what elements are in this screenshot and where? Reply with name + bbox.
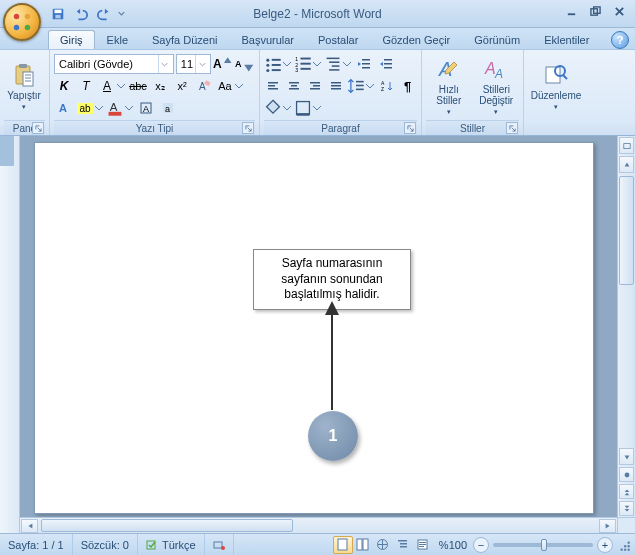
scroll-thumb-v[interactable] — [619, 176, 634, 285]
minimize-button[interactable] — [559, 2, 583, 20]
ruler-toggle-button[interactable] — [619, 137, 634, 154]
shrink-font-button[interactable]: A — [235, 54, 255, 74]
italic-button[interactable]: T — [76, 76, 96, 96]
styles-launcher[interactable] — [506, 122, 518, 134]
save-button[interactable] — [48, 4, 68, 24]
resize-grip[interactable] — [617, 538, 631, 552]
svg-rect-6 — [55, 14, 60, 18]
change-styles-button[interactable]: AA Stilleri Değiştir▾ — [474, 52, 520, 120]
highlight-button[interactable]: ab — [76, 98, 104, 118]
align-right-button[interactable] — [306, 76, 325, 96]
page[interactable]: Sayfa numarasının sayfanın sonundan başl… — [34, 142, 594, 514]
svg-rect-39 — [362, 63, 370, 65]
quick-styles-button[interactable]: A Hızlı Stiller▾ — [426, 52, 472, 120]
title-bar: Belge2 - Microsoft Word — [0, 0, 635, 28]
decrease-indent-button[interactable] — [354, 54, 374, 74]
print-layout-view-button[interactable] — [333, 536, 353, 554]
status-macro[interactable] — [205, 534, 234, 555]
outline-view-button[interactable] — [393, 536, 413, 554]
numbering-button[interactable]: 123 — [294, 54, 322, 74]
group-editing: Düzenleme▾ — [524, 50, 635, 135]
vertical-ruler[interactable] — [0, 136, 20, 533]
tab-home[interactable]: Giriş — [48, 30, 95, 49]
increase-indent-button[interactable] — [376, 54, 396, 74]
font-launcher[interactable] — [242, 122, 254, 134]
status-page[interactable]: Sayfa: 1 / 1 — [0, 534, 73, 555]
svg-rect-61 — [297, 102, 310, 115]
scroll-thumb-h[interactable] — [41, 519, 293, 532]
undo-button[interactable] — [71, 4, 91, 24]
full-screen-view-button[interactable] — [353, 536, 373, 554]
draft-view-button[interactable] — [413, 536, 433, 554]
status-words[interactable]: Sözcük: 0 — [73, 534, 138, 555]
browse-object-button[interactable] — [619, 467, 634, 482]
scroll-up-button[interactable] — [619, 156, 634, 173]
tab-review[interactable]: Gözden Geçir — [370, 30, 462, 49]
strikethrough-button[interactable]: abc — [128, 76, 148, 96]
zoom-out-button[interactable]: − — [473, 537, 489, 553]
svg-rect-7 — [567, 13, 574, 15]
horizontal-scrollbar[interactable] — [20, 517, 617, 533]
zoom-slider-knob[interactable] — [541, 539, 547, 551]
chevron-down-icon[interactable] — [195, 55, 208, 73]
svg-rect-49 — [289, 88, 299, 90]
status-language[interactable]: Türkçe — [138, 534, 205, 555]
web-layout-view-button[interactable] — [373, 536, 393, 554]
change-case-button[interactable]: Aa — [216, 76, 244, 96]
justify-button[interactable] — [326, 76, 345, 96]
align-center-button[interactable] — [285, 76, 304, 96]
align-left-button[interactable] — [264, 76, 283, 96]
scroll-down-button[interactable] — [619, 448, 634, 465]
clear-format-button[interactable]: A — [194, 76, 214, 96]
scroll-right-button[interactable] — [599, 519, 616, 533]
tab-page-layout[interactable]: Sayfa Düzeni — [140, 30, 229, 49]
change-styles-label: Stilleri Değiştir — [476, 84, 518, 106]
subscript-button[interactable]: x₂ — [150, 76, 170, 96]
character-shading-button[interactable]: a — [158, 98, 178, 118]
line-spacing-button[interactable] — [347, 76, 375, 96]
character-border-button[interactable]: A — [136, 98, 156, 118]
tab-mailings[interactable]: Postalar — [306, 30, 370, 49]
tab-addins[interactable]: Eklentiler — [532, 30, 601, 49]
clipboard-launcher[interactable] — [32, 122, 44, 134]
svg-text:a: a — [165, 104, 170, 114]
qat-customize[interactable] — [117, 5, 126, 23]
font-name-combo[interactable]: Calibri (Gövde) — [54, 54, 174, 74]
close-button[interactable] — [607, 2, 631, 20]
bold-button[interactable]: K — [54, 76, 74, 96]
zoom-level[interactable]: %100 — [433, 539, 473, 551]
tab-insert[interactable]: Ekle — [95, 30, 140, 49]
maximize-button[interactable] — [583, 2, 607, 20]
grow-font-button[interactable]: A — [213, 54, 233, 74]
borders-button[interactable] — [294, 98, 322, 118]
svg-rect-29 — [300, 58, 310, 60]
zoom-slider[interactable] — [493, 543, 593, 547]
multilevel-list-button[interactable] — [324, 54, 352, 74]
help-button[interactable]: ? — [611, 31, 629, 49]
bullets-button[interactable] — [264, 54, 292, 74]
zoom-in-button[interactable]: + — [597, 537, 613, 553]
shading-button[interactable] — [264, 98, 292, 118]
tab-view[interactable]: Görünüm — [462, 30, 532, 49]
prev-page-button[interactable] — [619, 484, 634, 499]
paragraph-launcher[interactable] — [404, 122, 416, 134]
font-color-button[interactable]: A — [106, 98, 134, 118]
editing-button[interactable]: Düzenleme▾ — [528, 52, 584, 120]
text-effects-button[interactable]: A — [54, 98, 74, 118]
tab-references[interactable]: Başvurular — [229, 30, 306, 49]
scroll-track-h[interactable] — [39, 519, 598, 532]
sort-button[interactable]: AZ — [377, 76, 396, 96]
chevron-down-icon[interactable] — [158, 55, 171, 73]
superscript-button[interactable]: x² — [172, 76, 192, 96]
scroll-left-button[interactable] — [21, 519, 38, 533]
next-page-button[interactable] — [619, 501, 634, 516]
font-size-combo[interactable]: 11 — [176, 54, 211, 74]
redo-button[interactable] — [94, 4, 114, 24]
office-button[interactable] — [3, 3, 41, 41]
scroll-track-v[interactable] — [619, 174, 634, 447]
underline-button[interactable]: A — [98, 76, 126, 96]
svg-rect-23 — [272, 59, 281, 61]
paste-button[interactable]: Yapıştır ▾ — [4, 52, 44, 120]
show-marks-button[interactable]: ¶ — [398, 76, 417, 96]
vertical-scrollbar[interactable] — [617, 136, 635, 517]
